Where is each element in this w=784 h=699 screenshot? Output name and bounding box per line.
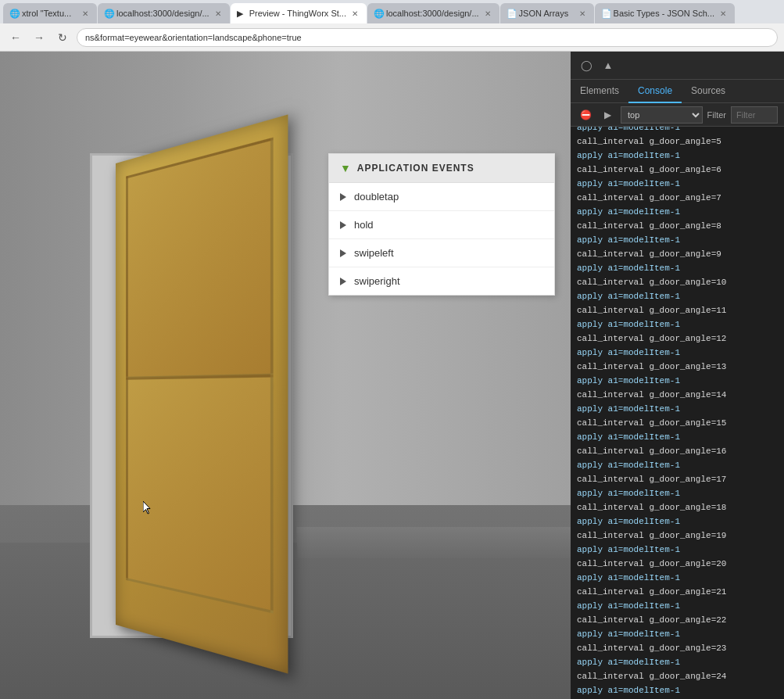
event-item-swipeleft[interactable]: swipeleft — [329, 239, 554, 267]
log-entry: apply a1=modelItem-1 — [571, 374, 784, 388]
event-item-swiperight[interactable]: swiperight — [329, 267, 554, 295]
log-entry: call_interval g_door_angle=20 — [571, 557, 784, 571]
tab-favicon: ▶ — [237, 9, 246, 18]
svg-rect-1 — [171, 400, 217, 432]
devtools-tab-elements[interactable]: Elements — [571, 80, 628, 103]
svg-rect-0 — [168, 396, 220, 436]
event-label: swipeleft — [354, 247, 394, 259]
log-entry: apply a1=modelItem-1 — [571, 514, 784, 529]
log-entry: apply a1=modelItem-1 — [571, 655, 784, 669]
log-entry: call_interval g_door_angle=19 — [571, 529, 784, 543]
sensor-icon — [163, 381, 227, 452]
refresh-button[interactable]: ↻ — [53, 28, 72, 47]
log-entry: call_interval g_door_angle=7 — [571, 191, 784, 205]
log-entry: call_interval g_door_angle=9 — [571, 247, 784, 261]
collapse-arrow-icon: ▼ — [340, 162, 351, 174]
events-title: APPLICATION EVENTS — [357, 163, 474, 174]
tab-label: xtrol "Textu... — [22, 9, 77, 18]
event-arrow-icon — [340, 278, 346, 285]
forward-button[interactable]: → — [30, 28, 48, 47]
log-entry: apply a1=modelItem-1 — [571, 627, 784, 641]
tab-favicon: 🌐 — [9, 9, 19, 18]
devtools-tab-console[interactable]: Console — [628, 80, 682, 103]
event-label: swiperight — [354, 275, 400, 287]
console-settings-button[interactable]: ▶ — [599, 106, 616, 124]
event-arrow-icon — [340, 249, 346, 257]
log-entry: apply a1=modelItem-1 — [571, 205, 784, 219]
door-frame — [90, 153, 293, 638]
devtools-tabs: ElementsConsoleSources — [571, 80, 784, 103]
log-entry: call_interval g_door_angle=11 — [571, 303, 784, 317]
browser-window: 🌐 xtrol "Textu... ✕ 🌐 localhost:3000/des… — [0, 0, 784, 699]
log-entry: apply a1=modelItem-1 — [571, 346, 784, 360]
devtools-tab-sources[interactable]: Sources — [682, 80, 735, 103]
door-panel — [116, 114, 288, 673]
log-entry: apply a1=modelItem-1 — [571, 289, 784, 303]
tab-close-button[interactable]: ✕ — [349, 8, 360, 19]
tab-close-button[interactable]: ✕ — [577, 8, 588, 19]
event-arrow-icon — [340, 221, 346, 229]
console-filter-input[interactable] — [731, 106, 778, 124]
3d-scene: ▼ APPLICATION EVENTS doubletap hold swip… — [0, 52, 571, 699]
preview-pane: ▼ APPLICATION EVENTS doubletap hold swip… — [0, 52, 571, 699]
tab-label: JSON Arrays — [519, 9, 574, 18]
svg-rect-2 — [217, 407, 223, 425]
tab-favicon: 📄 — [601, 9, 610, 18]
tab-label: localhost:3000/design/... — [116, 9, 209, 18]
tab-favicon: 📄 — [507, 9, 516, 18]
inspect-element-button[interactable]: ◯ — [577, 56, 596, 75]
log-entry: apply a1=modelItem-1 — [571, 571, 784, 585]
log-entry: apply a1=modelItem-1 — [571, 233, 784, 247]
tab-label: Preview - ThingWorx St... — [249, 9, 346, 18]
log-entry: apply a1=modelItem-1 — [571, 486, 784, 500]
browser-tab-tab1[interactable]: 🌐 xtrol "Textu... ✕ — [3, 3, 97, 23]
tab-label: localhost:3000/design/... — [386, 9, 479, 18]
event-item-doubletap[interactable]: doubletap — [329, 183, 554, 211]
log-entry: call_interval g_door_angle=13 — [571, 360, 784, 374]
tab-favicon: 🌐 — [104, 9, 113, 18]
log-entry: call_interval g_door_angle=15 — [571, 416, 784, 430]
events-header: ▼ APPLICATION EVENTS — [329, 154, 554, 183]
browser-tab-tab2[interactable]: 🌐 localhost:3000/design/... ✕ — [98, 3, 230, 23]
log-entry: call_interval g_door_angle=12 — [571, 332, 784, 346]
log-entry: apply a1=modelItem-1 — [571, 683, 784, 697]
svg-rect-4 — [174, 403, 197, 428]
event-arrow-icon — [340, 193, 346, 201]
tab-favicon: 🌐 — [374, 9, 383, 18]
log-entry: apply a1=modelItem-1 — [571, 149, 784, 163]
devtools-toolbar: ◯ ▲ — [571, 52, 784, 80]
door-knob — [259, 380, 270, 391]
console-toolbar: ⛔ ▶ top Filter — [571, 103, 784, 127]
tab-close-button[interactable]: ✕ — [80, 8, 91, 19]
log-entry: call_interval g_door_angle=6 — [571, 163, 784, 177]
log-entry: call_interval g_door_angle=18 — [571, 500, 784, 514]
back-button[interactable]: ← — [6, 28, 25, 47]
event-label: doubletap — [354, 191, 399, 203]
browser-tab-tab6[interactable]: 📄 Basic Types - JSON Sch... ✕ — [595, 3, 735, 23]
clear-console-button[interactable]: ⛔ — [577, 106, 594, 124]
log-entry: apply a1=modelItem-1 — [571, 430, 784, 444]
browser-tab-tab5[interactable]: 📄 JSON Arrays ✕ — [500, 3, 594, 23]
address-bar: ← → ↻ — [0, 23, 784, 52]
log-entry: apply a1=modelItem-1 — [571, 127, 784, 134]
content-area: ▼ APPLICATION EVENTS doubletap hold swip… — [0, 52, 784, 699]
tab-close-button[interactable]: ✕ — [482, 8, 493, 19]
tab-close-button[interactable]: ✕ — [213, 8, 224, 19]
event-item-hold[interactable]: hold — [329, 211, 554, 239]
log-entry: apply a1=modelItem-1 — [571, 402, 784, 416]
log-entry: apply a1=modelItem-1 — [571, 261, 784, 275]
tab-close-button[interactable]: ✕ — [718, 8, 729, 19]
log-entry: call_interval g_door_angle=17 — [571, 472, 784, 486]
url-input[interactable] — [77, 28, 778, 47]
events-panel: ▼ APPLICATION EVENTS doubletap hold swip… — [328, 153, 555, 296]
log-entry: apply a1=modelItem-1 — [571, 177, 784, 191]
shelf — [296, 527, 571, 558]
browser-tab-tab4[interactable]: 🌐 localhost:3000/design/... ✕ — [367, 3, 499, 23]
event-label: hold — [354, 219, 374, 231]
device-toolbar-button[interactable]: ▲ — [599, 56, 618, 75]
door-container — [90, 153, 309, 654]
log-entry: call_interval g_door_angle=21 — [571, 585, 784, 599]
console-log[interactable]: apply a1=modelItem-1call_interval g_door… — [571, 127, 784, 699]
context-selector[interactable]: top — [621, 106, 703, 124]
browser-tab-tab3[interactable]: ▶ Preview - ThingWorx St... ✕ — [231, 3, 367, 23]
